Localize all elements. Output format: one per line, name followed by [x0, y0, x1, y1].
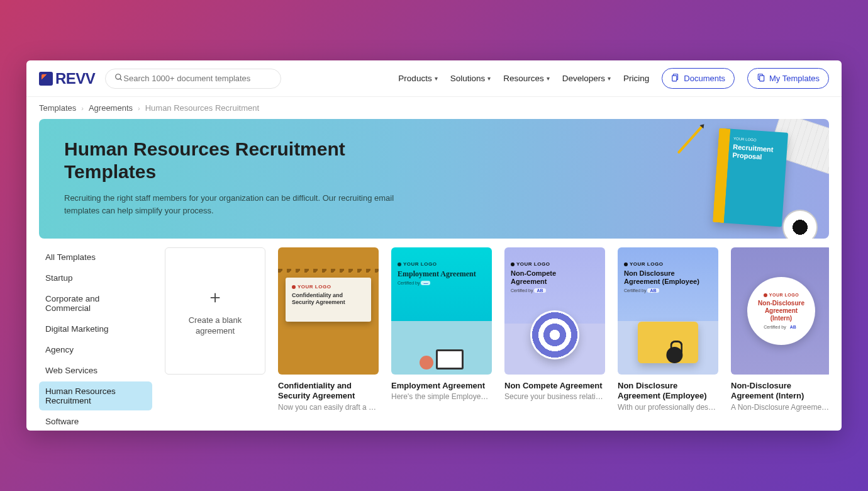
sidebar-item-all-templates[interactable]: All Templates — [39, 247, 152, 267]
brand-name: REVV — [55, 70, 95, 87]
sidebar-item-startup[interactable]: Startup — [39, 268, 152, 288]
breadcrumb: Templates › Agreements › Human Resources… — [26, 97, 842, 119]
template-title: Non-Disclosure Agreement (Intern) — [731, 381, 829, 402]
thumb-title: Employment Agreement — [398, 269, 476, 278]
template-title: Employment Agreement — [391, 381, 492, 391]
template-title: Non Compete Agreement — [504, 381, 605, 391]
template-thumb: YOUR LOGO Confidentiality and Security A… — [278, 247, 379, 375]
header: REVV Products ▾ Solutions ▾ Resources ▾ … — [26, 60, 842, 97]
documents-label: Documents — [684, 74, 725, 83]
breadcrumb-templates[interactable]: Templates — [39, 103, 76, 113]
nav-resources[interactable]: Resources ▾ — [503, 74, 550, 83]
breadcrumb-current: Human Resources Recruitment — [145, 103, 259, 113]
template-card[interactable]: YOUR LOGO Non Disclosure Agreement (Empl… — [618, 247, 718, 418]
template-desc: Secure your business relati… — [504, 392, 605, 401]
target-icon — [530, 310, 579, 359]
monitor-icon — [436, 349, 464, 370]
thumb-cert: Certified by — [398, 281, 420, 285]
template-desc: Here's the simple Employee… — [391, 392, 492, 401]
document-preview-icon: YOUR LOGO Recruitment Proposal — [713, 128, 788, 227]
documents-button[interactable]: Documents — [662, 68, 735, 89]
nav-developers-label: Developers — [562, 74, 605, 83]
svg-point-0 — [116, 74, 121, 79]
template-card[interactable]: YOUR LOGO Confidentiality and Security A… — [278, 247, 379, 418]
thumb-title: Non-Compete Agreement — [511, 269, 586, 286]
app-window: REVV Products ▾ Solutions ▾ Resources ▾ … — [26, 60, 842, 431]
documents-icon — [671, 73, 680, 84]
template-thumb: YOUR LOGO Non-Disclosure Agreement (Inte… — [731, 247, 829, 375]
sidebar-item-corporate[interactable]: Corporate and Commercial — [39, 289, 152, 318]
template-card[interactable]: YOUR LOGO Non-Compete Agreement Certifie… — [504, 247, 605, 418]
template-grid: ＋ Create a blank agreement YOUR LOGO Con… — [165, 247, 829, 418]
nav-pricing[interactable]: Pricing — [623, 74, 649, 83]
category-sidebar: All Templates Startup Corporate and Comm… — [39, 247, 152, 418]
chevron-down-icon: ▾ — [487, 75, 491, 82]
svg-line-1 — [120, 78, 122, 80]
nav-products-label: Products — [398, 74, 431, 83]
sidebar-item-software[interactable]: Software — [39, 412, 152, 431]
thumb-logo: YOUR LOGO — [403, 261, 437, 267]
svg-rect-5 — [760, 76, 764, 81]
create-blank-label: Create a blank agreement — [181, 315, 250, 337]
nav-solutions-label: Solutions — [450, 74, 486, 83]
plus-icon: ＋ — [206, 285, 224, 309]
brand-mark-icon — [39, 72, 53, 86]
chevron-right-icon: › — [81, 104, 84, 112]
sidebar-item-hr-recruitment[interactable]: Human Resources Recruitment — [39, 381, 152, 410]
svg-rect-3 — [672, 76, 677, 81]
hero-doc-title: Recruitment Proposal — [732, 143, 784, 163]
breadcrumb-agreements[interactable]: Agreements — [89, 103, 133, 113]
template-card[interactable]: YOUR LOGO Non-Disclosure Agreement (Inte… — [731, 247, 829, 418]
search-box[interactable] — [105, 69, 281, 89]
template-thumb: YOUR LOGO Non-Compete Agreement Certifie… — [504, 247, 605, 375]
chevron-right-icon: › — [138, 104, 140, 112]
thumb-cert: Certified by — [624, 288, 646, 293]
my-templates-button[interactable]: My Templates — [747, 68, 829, 89]
template-title: Confidentiality and Security Agreement — [278, 381, 379, 402]
thumb-logo: YOUR LOGO — [769, 293, 799, 297]
lock-icon — [666, 347, 682, 363]
thumb-title: Non-Disclosure Agreement (Intern) — [754, 300, 809, 322]
pencil-icon — [677, 124, 704, 154]
templates-icon — [757, 73, 765, 84]
page-title: Human Resources Recruitment Templates — [64, 138, 416, 183]
thumb-logo: YOUR LOGO — [298, 284, 331, 290]
content-body: All Templates Startup Corporate and Comm… — [26, 247, 842, 431]
sidebar-item-web-services[interactable]: Web Services — [39, 361, 152, 380]
search-input[interactable] — [123, 74, 272, 83]
clock-icon — [420, 356, 433, 370]
brand-logo[interactable]: REVV — [39, 70, 95, 87]
thumb-cert: Certified by — [511, 288, 533, 293]
thumb-title: Confidentiality and Security Agreement — [292, 292, 365, 306]
template-desc: With our professionally des… — [618, 403, 718, 412]
sidebar-item-digital-marketing[interactable]: Digital Marketing — [39, 319, 152, 339]
hero-doc-logo: YOUR LOGO — [733, 137, 784, 144]
create-blank-card[interactable]: ＋ Create a blank agreement — [165, 247, 265, 418]
thumb-logo: YOUR LOGO — [630, 261, 663, 267]
nav-developers[interactable]: Developers ▾ — [562, 74, 611, 83]
thumb-title: Non Disclosure Agreement (Employee) — [624, 269, 699, 286]
template-title: Non Disclosure Agreement (Employee) — [618, 381, 718, 402]
chevron-down-icon: ▾ — [547, 75, 550, 82]
page-subtitle: Recruiting the right staff members for y… — [64, 192, 416, 217]
search-icon — [114, 73, 123, 84]
template-desc: A Non-Disclosure Agreeme… — [731, 403, 829, 412]
hero-illustration: YOUR LOGO Recruitment Proposal — [640, 119, 829, 239]
chevron-down-icon: ▾ — [608, 75, 611, 82]
template-thumb: YOUR LOGO Non Disclosure Agreement (Empl… — [618, 247, 718, 375]
nav-pricing-label: Pricing — [623, 74, 649, 83]
nav-solutions[interactable]: Solutions ▾ — [450, 74, 491, 83]
coffee-cup-icon — [782, 210, 818, 239]
nav-products[interactable]: Products ▾ — [398, 74, 437, 83]
thumb-logo: YOUR LOGO — [516, 261, 550, 267]
chevron-down-icon: ▾ — [435, 75, 438, 82]
my-templates-label: My Templates — [769, 74, 820, 83]
top-nav: Products ▾ Solutions ▾ Resources ▾ Devel… — [398, 68, 829, 89]
template-thumb: YOUR LOGO Employment Agreement Certified… — [391, 247, 492, 375]
thumb-cert: Certified by — [764, 325, 786, 329]
nav-resources-label: Resources — [503, 74, 544, 83]
sidebar-item-agency[interactable]: Agency — [39, 340, 152, 359]
hero-banner: Human Resources Recruitment Templates Re… — [39, 119, 829, 239]
create-blank-thumb: ＋ Create a blank agreement — [165, 247, 265, 375]
template-card[interactable]: YOUR LOGO Employment Agreement Certified… — [391, 247, 492, 418]
